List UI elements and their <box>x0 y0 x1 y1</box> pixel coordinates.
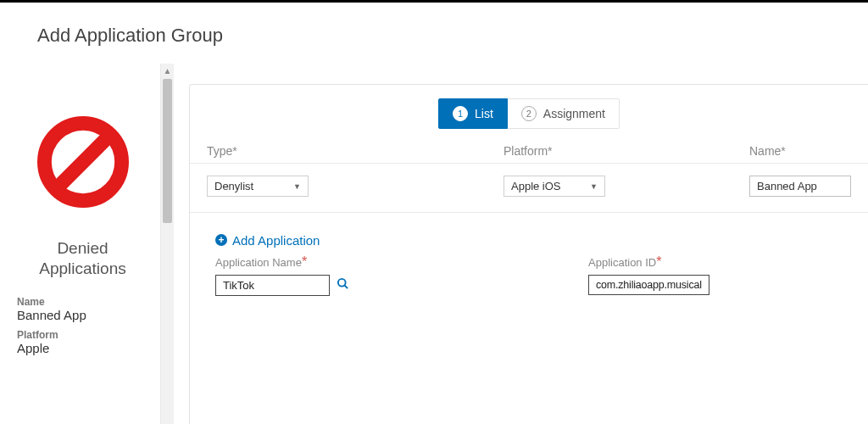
app-name-input[interactable] <box>215 275 330 296</box>
wizard-steps: 1 List 2 Assignment <box>190 98 868 129</box>
scroll-up-icon[interactable]: ▲ <box>161 64 174 77</box>
col-type-header: Type* <box>207 144 504 158</box>
type-select[interactable]: Denylist ▼ <box>207 176 309 197</box>
platform-select[interactable]: Apple iOS ▼ <box>504 176 605 197</box>
page-title: Add Application Group <box>37 25 868 47</box>
add-application-link[interactable]: + Add Application <box>215 233 320 248</box>
sidebar-platform-label: Platform <box>17 329 148 341</box>
required-mark: * <box>302 254 307 269</box>
page-header: Add Application Group <box>0 3 868 64</box>
sidebar: Denied Applications Name Banned App Plat… <box>5 64 160 424</box>
col-name-header: Name* <box>749 144 851 158</box>
denied-icon <box>32 111 134 213</box>
name-input[interactable] <box>749 176 851 197</box>
sidebar-platform-value: Apple <box>17 341 148 355</box>
sidebar-title: Denied Applications <box>17 238 148 279</box>
col-platform-header: Platform* <box>504 144 749 158</box>
sidebar-name-value: Banned App <box>17 308 148 322</box>
app-name-label: Application Name <box>215 256 302 269</box>
svg-line-3 <box>344 285 348 288</box>
step-assignment[interactable]: 2 Assignment <box>508 98 620 129</box>
chevron-down-icon: ▼ <box>590 182 598 191</box>
svg-line-1 <box>56 136 108 188</box>
step-label: Assignment <box>543 107 605 120</box>
step-label: List <box>475 107 493 120</box>
scroll-thumb[interactable] <box>163 79 172 223</box>
app-id-label: Application ID <box>588 256 656 269</box>
search-icon[interactable] <box>337 277 349 293</box>
plus-icon: + <box>215 234 227 246</box>
sidebar-scrollbar[interactable]: ▲ <box>160 64 174 424</box>
step-list[interactable]: 1 List <box>438 98 508 129</box>
svg-point-2 <box>338 279 346 287</box>
wizard-panel: 1 List 2 Assignment Type* Platform* Name… <box>189 84 868 424</box>
step-number: 1 <box>453 106 468 121</box>
sidebar-name-label: Name <box>17 296 148 308</box>
step-number: 2 <box>521 106 537 121</box>
app-id-input[interactable] <box>588 275 709 295</box>
type-select-value: Denylist <box>214 180 253 192</box>
required-mark: * <box>656 254 661 269</box>
add-application-label: Add Application <box>232 233 320 248</box>
chevron-down-icon: ▼ <box>293 182 301 191</box>
platform-select-value: Apple iOS <box>511 180 561 192</box>
